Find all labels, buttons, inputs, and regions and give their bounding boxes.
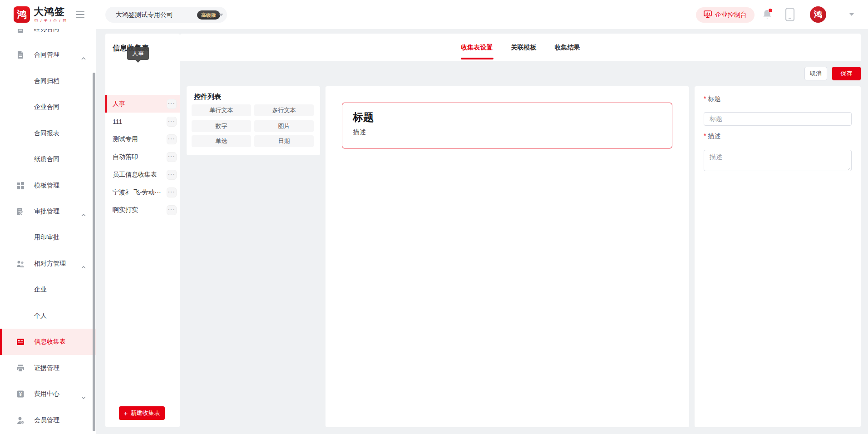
sidebar-item-enterprise-contract[interactable]: 企业合同	[0, 94, 96, 120]
sidebar-item-enterprise[interactable]: 企业	[0, 276, 96, 303]
form-icon	[16, 338, 25, 346]
sidebar-item-contract-archive[interactable]: 合同归档	[0, 68, 96, 94]
form-description-preview: 描述	[353, 128, 366, 136]
control-date[interactable]: 日期	[254, 135, 314, 147]
approval-pen-icon	[16, 207, 25, 216]
required-mark: *	[704, 95, 706, 102]
sidebar-item-info-collection-form[interactable]: 信息收集表	[0, 329, 96, 355]
sidebar-item-seal-approval[interactable]: 用印审批	[0, 224, 96, 251]
plan-badge: 高级版	[197, 10, 220, 20]
brand-tagline: 电 / 子 / 合 / 同	[35, 18, 67, 23]
control-single-choice[interactable]: 单选	[192, 135, 251, 147]
property-panel: *标题 *描述 描述	[695, 86, 861, 427]
notification-badge	[768, 8, 773, 13]
people-icon	[16, 260, 25, 268]
title-input[interactable]	[704, 112, 852, 126]
brand-logo-icon: 鸿	[14, 6, 30, 23]
control-image[interactable]: 图片	[254, 120, 314, 132]
sidebar-item-contract-management[interactable]: 合同管理	[0, 42, 96, 68]
required-mark: *	[704, 132, 706, 139]
more-actions-icon[interactable]: ···	[167, 205, 177, 215]
main-tabs: 收集表设置 关联模板 收集结果	[180, 34, 861, 61]
printer-icon	[16, 364, 25, 372]
sidebar-item-template-management[interactable]: 模板管理	[0, 173, 96, 199]
form-canvas-panel: 标题 描述	[326, 86, 689, 427]
list-item[interactable]: 自动落印 ···	[105, 148, 180, 166]
sidebar-item-fee-center[interactable]: ¥ 费用中心	[0, 381, 96, 407]
form-header-card-selected[interactable]: 标题 描述	[342, 103, 672, 148]
chevron-up-icon	[81, 54, 86, 62]
control-multi-line-text[interactable]: 多行文本	[254, 104, 314, 116]
more-actions-icon[interactable]: ···	[167, 170, 177, 180]
dashboard-icon	[704, 10, 712, 20]
chevron-down-icon	[219, 14, 223, 16]
description-textarea[interactable]: 描述	[704, 150, 852, 171]
more-actions-icon[interactable]: ···	[167, 134, 177, 144]
more-actions-icon[interactable]: ···	[167, 99, 177, 109]
more-actions-icon[interactable]: ···	[167, 187, 177, 197]
top-bar: 鸿 大鸿签 电 / 子 / 合 / 同 大鸿签测试专用公司 高级版 企业控制台 …	[0, 0, 868, 29]
tab-linked-templates[interactable]: 关联模板	[511, 44, 537, 52]
list-item[interactable]: 测试专用 ···	[105, 130, 180, 148]
device-icon[interactable]	[785, 8, 795, 21]
controls-panel: 控件列表 单行文本 多行文本 数字 图片 单选 日期	[187, 86, 320, 155]
more-actions-icon[interactable]: ···	[167, 117, 177, 127]
list-item[interactable]: 啊实打实 ···	[105, 201, 180, 219]
page: { "brand": {"logo_glyph": "鸿", "name": "…	[0, 0, 868, 434]
list-item[interactable]: 111 ···	[105, 113, 180, 130]
sidebar-scrollbar[interactable]	[93, 73, 95, 431]
new-collection-form-button[interactable]: + 新建收集表	[119, 406, 165, 420]
sidebar-item-member-management[interactable]: 会员管理	[0, 407, 96, 434]
control-single-line-text[interactable]: 单行文本	[192, 104, 251, 116]
company-name: 大鸿签测试专用公司	[116, 11, 173, 19]
sidebar-item-contract-report[interactable]: 合同报表	[0, 120, 96, 147]
brand-name: 大鸿签	[34, 5, 65, 19]
tab-collection-results[interactable]: 收集结果	[555, 44, 580, 52]
title-field-label: *标题	[704, 95, 720, 103]
enterprise-console-button[interactable]: 企业控制台	[696, 7, 755, 23]
chevron-up-icon	[81, 210, 86, 218]
tab-form-settings[interactable]: 收集表设置	[461, 44, 493, 52]
notification-bell-icon[interactable]	[762, 9, 772, 20]
user-avatar[interactable]: 鸿	[810, 6, 826, 23]
yuan-icon: ¥	[16, 390, 25, 398]
save-button[interactable]: 保存	[832, 67, 861, 80]
sidebar-item-evidence-management[interactable]: 证据管理	[0, 355, 96, 381]
collection-list-panel: 信息收集表 人事 ··· 111 ··· 测试专用 ··· 自动落印 ··· 员…	[105, 34, 180, 427]
chevron-up-icon	[81, 262, 86, 271]
menu-collapse-icon[interactable]	[76, 11, 84, 18]
sidebar-item-paper-contract[interactable]: 纸质合同	[0, 146, 96, 173]
member-check-icon	[16, 416, 25, 424]
cancel-button[interactable]: 取消	[804, 67, 827, 80]
grid-icon	[16, 182, 25, 190]
list-item[interactable]: 人事 ···	[105, 95, 180, 113]
svg-text:¥: ¥	[19, 391, 22, 397]
controls-title: 控件列表	[194, 93, 221, 101]
tooltip: 人事	[127, 47, 149, 60]
sidebar-item-individual[interactable]: 个人	[0, 303, 96, 329]
company-selector[interactable]: 大鸿签测试专用公司 高级版	[105, 7, 227, 23]
sidebar: 经办合同 合同管理 合同归档 企业合同 合同报表 纸质合同 模板管理 审批管理	[0, 0, 96, 434]
sidebar-item-approval-management[interactable]: 审批管理	[0, 198, 96, 225]
form-title-preview: 标题	[353, 110, 374, 124]
sidebar-item-counterparty-management[interactable]: 相对方管理	[0, 251, 96, 277]
control-number[interactable]: 数字	[192, 120, 251, 132]
more-actions-icon[interactable]: ···	[167, 152, 177, 162]
list-item[interactable]: 员工信息收集表 ···	[105, 166, 180, 183]
document-icon	[16, 51, 25, 59]
description-field-label: *描述	[704, 132, 720, 140]
list-item[interactable]: 宁波衤 飞-劳动··· ···	[105, 183, 180, 201]
chevron-down-icon[interactable]	[849, 13, 854, 16]
plus-icon: +	[124, 410, 128, 417]
chevron-down-icon	[81, 393, 86, 401]
